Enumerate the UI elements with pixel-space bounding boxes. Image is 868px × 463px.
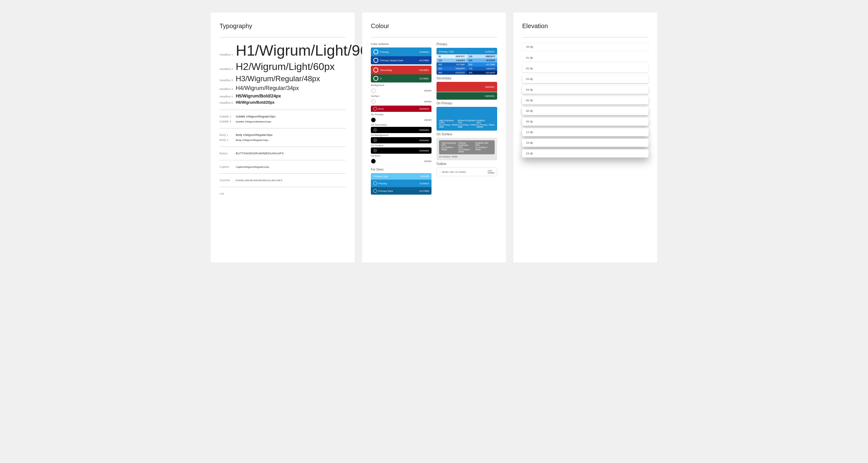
typo-label-button: Button (219, 152, 236, 155)
on-primary-high-pct: 100% (439, 122, 458, 124)
on-surface-disabled-pct: 40% (475, 144, 492, 146)
colour-panel: Colour Color Scheme Primary #1564c0 (362, 12, 506, 262)
elev-row-3: 03 dp (522, 75, 649, 83)
shade-50: 50#E3F2FC (436, 54, 467, 58)
secondary-right-bar: #d63031 (436, 82, 497, 92)
typo-row-list: List (219, 192, 346, 195)
dev-dark-hex: #127808 (419, 190, 429, 193)
typo-sub2: Subtitle 2/Wigrum/Medium/14px (236, 120, 271, 123)
on-surface-right-block: High Emphasis 87% On Surface / White Med… (436, 138, 497, 160)
on-primary-disabled-label: Disabled (476, 119, 495, 122)
color-scheme-label: Color Scheme (371, 42, 432, 45)
sec-dark-hex: #223861 (419, 77, 429, 80)
background-row: Background #f5f5f5 (371, 84, 432, 94)
typo-overline: OVERLINE/WIGRUM/REGULAR/10PX (236, 179, 283, 181)
swatch-inner-sec-dark: 3 (373, 76, 381, 81)
on-surface-disabled-label: Disabled with (475, 142, 492, 144)
typo-h5: H5/Wigrum/Bold/24px (236, 93, 281, 98)
divider-mid5 (219, 173, 346, 174)
shade-500: 500#1C7BBF (467, 63, 497, 67)
outline-label: Outline (436, 162, 497, 166)
dev-main-hex: #1564c0 (419, 182, 429, 185)
typo-label-sub2: Subtitle 2 (219, 120, 236, 123)
secondary-swatch: Secondary #223961 (371, 66, 432, 74)
divider-top (219, 37, 346, 37)
typo-label-h2: Headline 2 (219, 67, 236, 71)
colour-grid: Color Scheme Primary #1564c0 Primary Var… (371, 42, 497, 195)
elev-label-16: 16 dp (526, 141, 533, 144)
typo-row-button: Button BUTTON/Wigrum/Medium/14px (219, 152, 346, 155)
shade-400: 400#1278B0 (436, 63, 467, 67)
on-surface-high-label: High Emphasis (441, 142, 458, 144)
typo-h6: H6/Wigrum/Bold/20px (236, 100, 275, 105)
on-error-row: #f5f5f5 (371, 158, 432, 165)
elev-row-9: 09 dp (522, 118, 649, 126)
typo-h3: H3/Wigrum/Regular/48px (236, 74, 320, 83)
typo-label-list: List (219, 192, 236, 195)
surface-row: Surface #f5f5f5 (371, 95, 432, 105)
outline-block: ← Border color: On surface 12%#f5f5f5 (436, 167, 497, 176)
typo-label-body2: Body 2 (219, 138, 236, 141)
error-hex: #b00020 (419, 107, 429, 110)
typo-row-body1: Body 1 Body 1/Wigrum/Regular/16px (219, 133, 346, 136)
typo-row-h6: Headline 6 H6/Wigrum/Bold/20px (219, 100, 346, 105)
primary-hex-left: #1564c0 (419, 51, 429, 54)
on-surface-high-pct: 87% (441, 144, 458, 146)
background-hex: #f5f5f5 (424, 89, 432, 92)
typo-row-sub2: Subtitle 2 Subtitle 2/Wigrum/Medium/14px (219, 120, 346, 123)
dev-swatch-main: Primary #1564c0 (371, 179, 432, 187)
on-secondary-inner (373, 128, 377, 132)
colour-divider-top (371, 37, 497, 37)
on-primary-spacer (439, 109, 495, 118)
on-surface-circle (373, 149, 377, 153)
dev-dark-label: Primary Dark (378, 190, 393, 193)
typo-label-overline: Overline (219, 179, 236, 182)
on-background-swatch: #000000 (371, 137, 432, 143)
on-primary-high: High Emphasis 100% On Primary / White #f… (439, 119, 458, 128)
primary-label: Primary (380, 51, 389, 54)
on-primary-medium: Medium Emphasis 74% On Primary / White #… (458, 119, 476, 128)
elev-label-2: 02 dp (526, 67, 533, 70)
dev-dark-inner: Primary Dark (373, 189, 393, 193)
elev-label-8: 08 dp (526, 109, 533, 112)
background-swatch-row: #f5f5f5 (371, 87, 432, 94)
on-surface-medium: Medium Emphasis 60% On Surface / White (458, 142, 475, 153)
elev-divider-top (522, 37, 649, 37)
surface-swatch-row: #f5f5f5 (371, 98, 432, 105)
elevation-section: 00 dp 01 dp 02 dp 03 dp 04 dp 06 dp 08 d… (522, 42, 649, 158)
primary-right-label: Primary (436, 42, 497, 46)
on-secondary-circle (373, 128, 377, 132)
primary-variant-dark-swatch: Primary Variant Dark #1278B0 (371, 56, 432, 64)
on-surface-swatch-left: #000000 (371, 147, 432, 154)
on-surface-high-on: On Surface / White (441, 146, 458, 151)
dev-swatch-dark: Primary Dark #127808 (371, 187, 432, 195)
typography-section: Headline 1 H1/Wigrum/Light/96px Headline… (219, 42, 346, 195)
elev-row-8: 08 dp (522, 107, 649, 115)
surface-hex: #f5f5f5 (424, 100, 432, 103)
elev-row-6: 06 dp (522, 96, 649, 104)
shade-800: 800#1FSCFF (436, 71, 467, 75)
dev-main-inner: Primary (373, 181, 387, 185)
secondary-label: Secondary (380, 69, 392, 71)
on-surface-medium-pct: 60% (458, 146, 475, 148)
typo-row-sub1: Subtitle 1 Subtitle 1/Wigrum/Regular/16p… (219, 115, 346, 118)
on-primary-row: #f5f5f5 (371, 117, 432, 123)
on-colors-section: On Primary #f5f5f5 On Secondary #000000 … (371, 113, 432, 165)
on-primary-hex: #f5f5f5 (424, 119, 432, 122)
on-surface-disabled-on: On Surface / White (475, 146, 492, 151)
elev-row-0: 00 dp (522, 42, 649, 51)
primary-main-hex: #1564c0 (485, 50, 495, 53)
on-surface-sub-note: On Surface / White (439, 156, 495, 158)
on-primary-circle (371, 118, 376, 123)
sec-dark-circle (373, 76, 378, 81)
primary-500-label: Primary / 500 (439, 50, 454, 53)
on-surface-hex-left: #000000 (419, 149, 429, 152)
dev-light-hex: #63c4f5 (420, 175, 429, 178)
on-background-label: On Background (371, 134, 432, 136)
typo-h2: H2/Wigrum/Light/60px (236, 61, 335, 72)
typo-label-body1: Body 1 (219, 133, 236, 136)
on-surface-medium-label: Medium Emphasis (458, 142, 475, 146)
error-swatch: Error #b00020 (371, 106, 432, 112)
outline-pct: 12%#f5f5f5 (488, 170, 494, 174)
on-primary-medium-hex: #ffffff (458, 126, 476, 128)
